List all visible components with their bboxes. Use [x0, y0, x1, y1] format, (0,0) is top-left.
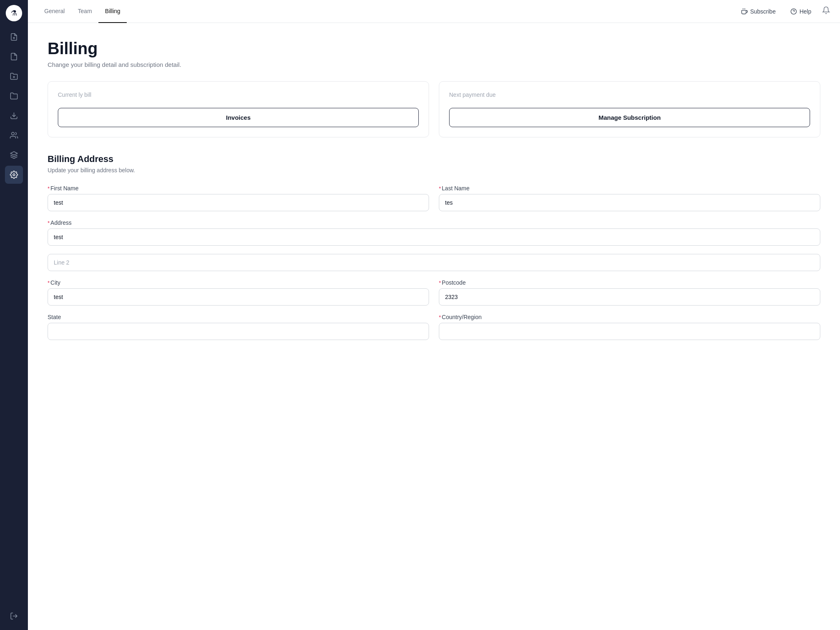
- svg-point-5: [11, 132, 14, 135]
- sidebar-item-new-doc[interactable]: [5, 28, 23, 46]
- first-name-input[interactable]: [48, 194, 429, 211]
- last-name-input[interactable]: [439, 194, 820, 211]
- sidebar-item-settings[interactable]: [5, 166, 23, 184]
- svg-marker-6: [11, 152, 18, 155]
- current-bill-card: Current ly bill Invoices: [48, 81, 429, 137]
- address2-group: [48, 254, 820, 271]
- topnav-tabs: General Team Billing: [38, 0, 737, 23]
- manage-subscription-button[interactable]: Manage Subscription: [449, 108, 810, 127]
- page-content: Billing Change your billing detail and s…: [28, 23, 840, 630]
- topnav-actions: Subscribe Help: [737, 6, 830, 17]
- city-required: *: [48, 280, 50, 286]
- name-row: * First Name * Last Name: [48, 185, 820, 211]
- tab-general[interactable]: General: [38, 0, 71, 23]
- postcode-input[interactable]: [439, 288, 820, 306]
- city-group: * City: [48, 279, 429, 306]
- state-label: State: [48, 314, 429, 320]
- country-label: * Country/Region: [439, 314, 820, 320]
- postcode-required: *: [439, 280, 441, 286]
- sidebar-item-documents[interactable]: [5, 48, 23, 66]
- help-button[interactable]: Help: [786, 6, 815, 17]
- state-group: State: [48, 314, 429, 340]
- billing-address-subtitle: Update your billing address below.: [48, 167, 820, 173]
- address2-input[interactable]: [48, 254, 820, 271]
- invoices-button[interactable]: Invoices: [58, 108, 419, 127]
- current-bill-label: Current ly bill: [58, 91, 419, 98]
- first-name-label: * First Name: [48, 185, 429, 192]
- country-input[interactable]: [439, 323, 820, 340]
- address2-row: [48, 254, 820, 271]
- last-name-required: *: [439, 185, 441, 192]
- address-group: * Address: [48, 219, 820, 246]
- next-payment-label: Next payment due: [449, 91, 810, 98]
- country-required: *: [439, 314, 441, 320]
- app-logo[interactable]: ⚗: [6, 5, 22, 21]
- sidebar-item-team[interactable]: [5, 126, 23, 144]
- sidebar-item-folder[interactable]: [5, 87, 23, 105]
- address-input[interactable]: [48, 228, 820, 246]
- city-postcode-row: * City * Postcode: [48, 279, 820, 306]
- billing-address-title: Billing Address: [48, 154, 820, 164]
- main-content: General Team Billing Subscribe Help Bill…: [28, 0, 840, 630]
- sidebar-item-download[interactable]: [5, 107, 23, 125]
- billing-cards: Current ly bill Invoices Next payment du…: [48, 81, 820, 137]
- sidebar-item-logout[interactable]: [5, 607, 23, 625]
- address-required: *: [48, 220, 50, 226]
- tab-team[interactable]: Team: [71, 0, 98, 23]
- topnav: General Team Billing Subscribe Help: [28, 0, 840, 23]
- tab-billing[interactable]: Billing: [98, 0, 127, 23]
- page-title: Billing: [48, 39, 820, 58]
- sidebar: ⚗: [0, 0, 28, 630]
- next-payment-card: Next payment due Manage Subscription: [439, 81, 820, 137]
- address-row: * Address: [48, 219, 820, 246]
- first-name-required: *: [48, 185, 50, 192]
- first-name-group: * First Name: [48, 185, 429, 211]
- postcode-label: * Postcode: [439, 279, 820, 286]
- state-country-row: State * Country/Region: [48, 314, 820, 340]
- page-subtitle: Change your billing detail and subscript…: [48, 61, 820, 68]
- notifications-button[interactable]: [822, 6, 830, 16]
- subscribe-button[interactable]: Subscribe: [737, 6, 780, 17]
- sidebar-item-layers[interactable]: [5, 146, 23, 164]
- postcode-group: * Postcode: [439, 279, 820, 306]
- help-icon: [790, 8, 797, 15]
- sidebar-item-add-folder[interactable]: [5, 67, 23, 85]
- state-input[interactable]: [48, 323, 429, 340]
- last-name-label: * Last Name: [439, 185, 820, 192]
- city-input[interactable]: [48, 288, 429, 306]
- address-label: * Address: [48, 219, 820, 226]
- subscribe-icon: [741, 8, 748, 15]
- city-label: * City: [48, 279, 429, 286]
- country-group: * Country/Region: [439, 314, 820, 340]
- last-name-group: * Last Name: [439, 185, 820, 211]
- svg-point-7: [13, 174, 15, 176]
